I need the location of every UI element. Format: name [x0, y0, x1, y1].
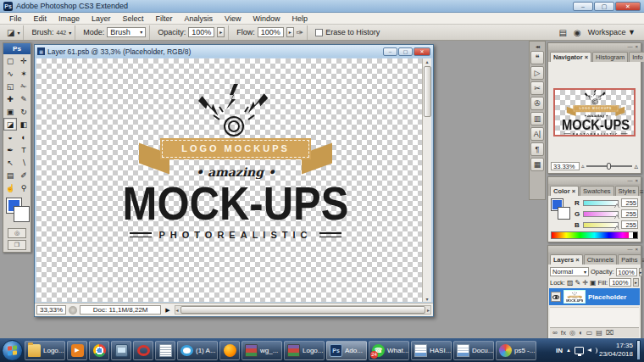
taskbar-item-whatsapp[interactable]: ☎What...24 — [369, 341, 409, 360]
layer-group-icon[interactable]: ▭ — [586, 329, 593, 337]
menu-view[interactable]: View — [219, 14, 247, 23]
lock-all-icon[interactable]: ▣ — [590, 279, 597, 287]
layer-row-placeholder[interactable]: LOGO MOCKUPS amazing MOCK-UPS PHOTOREALI… — [549, 288, 640, 305]
channel-slider-b[interactable] — [583, 222, 619, 228]
brush-tool[interactable]: ✎ — [17, 92, 31, 105]
layers-opacity-input[interactable]: 100% — [616, 268, 637, 276]
paragraph-panel-icon[interactable]: ¶ — [530, 142, 544, 156]
clone-stamp-tool[interactable]: ▣ — [3, 105, 17, 118]
menu-image[interactable]: Image — [53, 14, 86, 23]
tab-layers[interactable]: Layers × — [550, 254, 583, 265]
channel-slider-knob[interactable] — [614, 215, 619, 220]
taskbar-item-image-ps5[interactable]: ps5 -... — [496, 341, 536, 360]
brush-preview[interactable]: 442 — [56, 28, 66, 36]
tab-histogram[interactable]: Histogram — [592, 52, 628, 62]
tab-styles[interactable]: Styles — [615, 186, 639, 196]
channel-value-r[interactable]: 255 — [621, 198, 638, 207]
horizontal-scroll-thumb[interactable] — [180, 306, 425, 314]
minimize-button[interactable]: – — [573, 2, 593, 11]
background-color-swatch[interactable] — [14, 207, 29, 221]
menu-layer[interactable]: Layer — [86, 14, 117, 23]
tab-channels[interactable]: Channels — [584, 254, 618, 265]
shape-tool[interactable]: ∖ — [17, 156, 31, 169]
scroll-down-icon[interactable]: ▾ — [425, 296, 428, 302]
zoom-tool[interactable]: ⚲ — [17, 181, 31, 194]
color-spectrum-ramp[interactable] — [551, 231, 638, 239]
color-background-swatch[interactable] — [558, 207, 570, 220]
zoom-out-icon[interactable]: ▵ — [581, 163, 585, 170]
taskbar-item-firefox[interactable] — [219, 341, 240, 360]
dock-collapse-icon[interactable]: ◂◂ — [536, 43, 539, 49]
mode-select[interactable]: Brush▾ — [107, 27, 146, 37]
gradient-tool[interactable]: ◧ — [17, 118, 31, 131]
eraser-tool-preset-icon[interactable]: ◪ — [7, 28, 14, 37]
taskbar-item-opera[interactable] — [133, 341, 153, 360]
link-layers-icon[interactable]: ∞ — [552, 329, 558, 337]
airbrush-toggle-icon[interactable]: ✑ — [297, 28, 303, 37]
tab-swatches[interactable]: Swatches — [580, 186, 614, 196]
color-panel-menu-icon[interactable]: ≡ — [640, 188, 644, 196]
panel-close-icon[interactable]: × — [635, 44, 638, 49]
delete-layer-icon[interactable]: ⌧ — [606, 329, 613, 337]
tab-color[interactable]: Color × — [550, 186, 579, 196]
taskbar-item-media-player[interactable]: ▶ — [67, 341, 87, 360]
document-titlebar[interactable]: ▦ Layer 61.psb @ 33,3% (Placeholder, RGB… — [35, 45, 433, 58]
menu-help[interactable]: Help — [286, 14, 314, 23]
taskbar-item-winrar-wg[interactable]: wg_... — [242, 341, 282, 360]
close-button[interactable]: ✕ — [615, 2, 641, 11]
layer-thumbnail[interactable]: LOGO MOCKUPS amazing MOCK-UPS PHOTOREALI… — [564, 290, 586, 304]
doc-maximize-button[interactable]: ▢ — [398, 47, 413, 56]
crop-tool[interactable]: ◱ — [3, 80, 17, 92]
channel-slider-knob[interactable] — [614, 226, 619, 231]
taskbar-item-chrome[interactable] — [89, 341, 109, 360]
layer-comps-panel-icon[interactable]: ▦ — [530, 158, 544, 171]
menu-file[interactable]: File — [3, 14, 28, 23]
opacity-spinner-icon[interactable]: ▸ — [217, 27, 225, 37]
blur-tool[interactable]: ◒ — [3, 131, 17, 143]
taskbar-item-photoshop[interactable]: PsAdo... — [326, 341, 367, 360]
taskbar-item-notes[interactable] — [155, 341, 175, 360]
layer-visibility-eye-icon[interactable] — [551, 292, 561, 302]
start-button[interactable] — [2, 340, 23, 361]
tab-paths[interactable]: Paths — [618, 254, 641, 265]
magic-wand-tool[interactable]: ✶ — [17, 67, 31, 80]
eraser-tool[interactable]: ◪ — [3, 118, 17, 131]
toolbox-header[interactable]: Ps — [3, 43, 31, 54]
menu-window[interactable]: Window — [247, 14, 286, 23]
canvas[interactable]: LOGO MOCKUPS amazing MOCK-UPS PHOTOREALI… — [36, 58, 431, 302]
tool-presets-panel-icon[interactable]: ✂ — [530, 81, 544, 95]
panel-close-icon[interactable]: × — [635, 247, 638, 252]
opacity-input[interactable]: 100% — [188, 27, 214, 37]
hand-tool[interactable]: ☝ — [3, 181, 17, 194]
channel-value-b[interactable]: 255 — [621, 220, 638, 229]
menu-edit[interactable]: Edit — [28, 14, 53, 23]
panel-minimize-icon[interactable]: — — [627, 178, 632, 183]
network-icon[interactable] — [575, 347, 584, 354]
status-zoom-field[interactable]: 33,33% — [36, 305, 66, 315]
zoom-in-icon[interactable]: ▵ — [634, 162, 638, 170]
channel-slider-knob[interactable] — [614, 204, 619, 209]
vertical-scroll-thumb[interactable] — [424, 66, 431, 117]
brush-dropdown-icon[interactable]: ▾ — [69, 30, 71, 36]
channel-value-g[interactable]: 255 — [621, 209, 638, 218]
screen-mode-button[interactable]: ❐ — [8, 240, 26, 250]
fill-input[interactable]: 100% — [609, 278, 631, 287]
scroll-up-icon[interactable]: ▴ — [425, 58, 428, 64]
taskbar-clock[interactable]: 17:35 23/04/2018 — [599, 342, 633, 359]
layer-mask-icon[interactable]: ◎ — [569, 329, 575, 337]
taskbar-item-display-settings[interactable] — [111, 341, 131, 360]
lock-paint-icon[interactable]: ✎ — [575, 279, 581, 287]
navigator-proxy-view[interactable]: LOGO MOCKUPS amazing MOCK-UPS PHOTOREALI… — [553, 88, 636, 136]
channel-slider-g[interactable] — [583, 211, 619, 217]
navigator-zoom-slider[interactable] — [586, 165, 633, 167]
zoom-slider-knob[interactable] — [607, 163, 611, 170]
slice-tool[interactable]: ✁ — [17, 80, 31, 92]
horizontal-scrollbar[interactable]: ◂ ▸ — [175, 305, 431, 315]
erase-to-history-checkbox[interactable] — [315, 29, 323, 36]
eyedropper-tool[interactable]: ✐ — [17, 169, 31, 181]
blend-mode-select[interactable]: Normal▾ — [550, 267, 589, 276]
type-tool[interactable]: T — [17, 143, 31, 156]
clone-source-panel-icon[interactable]: ✇ — [530, 97, 544, 110]
pen-tool[interactable]: ✒ — [3, 143, 17, 156]
move-tool[interactable]: ✛ — [17, 54, 31, 67]
